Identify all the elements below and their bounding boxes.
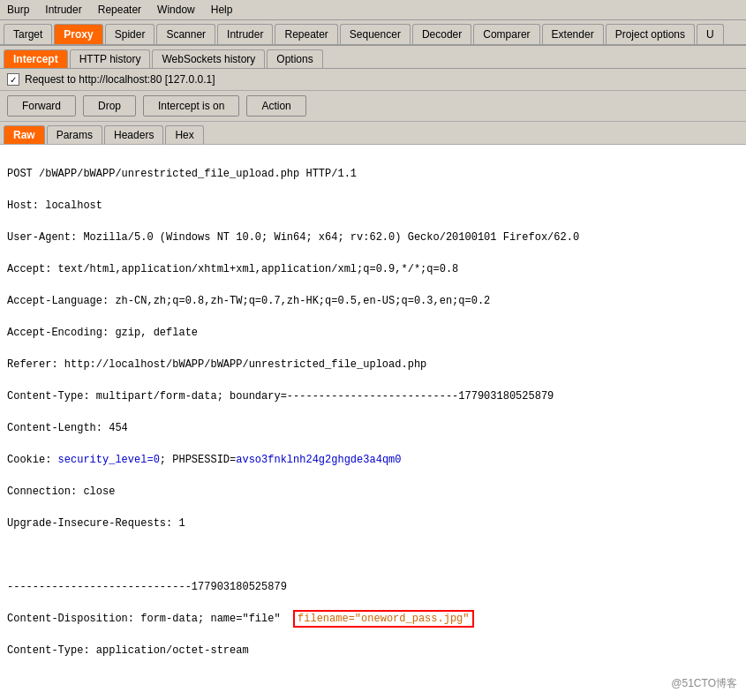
tab-hex[interactable]: Hex (165, 125, 203, 144)
tab-comparer[interactable]: Comparer (473, 24, 539, 44)
line-7: Referer: http://localhost/bWAPP/bWAPP/un… (7, 357, 739, 373)
line-8: Content-Type: multipart/form-data; bound… (7, 388, 739, 404)
line-12: Upgrade-Insecure-Requests: 1 (7, 516, 739, 531)
tab-websockets-history[interactable]: WebSockets history (152, 49, 265, 68)
line-boundary1: -----------------------------17790318052… (7, 579, 739, 595)
line-11: Connection: close (7, 484, 739, 500)
tab-options[interactable]: Options (267, 49, 322, 68)
request-info-bar: ✓ Request to http://localhost:80 [127.0.… (0, 69, 746, 91)
watermark: @51CTO博客 (671, 676, 737, 691)
tab-extender[interactable]: Extender (542, 24, 604, 44)
drop-button[interactable]: Drop (83, 95, 136, 117)
tab-raw[interactable]: Raw (4, 125, 45, 144)
action-button[interactable]: Action (246, 95, 305, 117)
line-2: Host: localhost (7, 198, 739, 214)
line-blank2 (7, 674, 739, 690)
line-3: User-Agent: Mozilla/5.0 (Windows NT 10.0… (7, 230, 739, 245)
menu-help[interactable]: Help (207, 2, 237, 18)
tab-sequencer[interactable]: Sequencer (340, 24, 411, 44)
view-tab-bar: Raw Params Headers Hex (0, 122, 746, 145)
line-content-disposition-file: Content-Disposition: form-data; name="fi… (7, 611, 739, 627)
main-tab-bar: Target Proxy Spider Scanner Intruder Rep… (0, 20, 746, 46)
tab-target[interactable]: Target (4, 24, 52, 44)
line-4: Accept: text/html,application/xhtml+xml,… (7, 261, 739, 277)
tab-repeater[interactable]: Repeater (275, 24, 337, 44)
line-5: Accept-Language: zh-CN,zh;q=0.8,zh-TW;q=… (7, 293, 739, 309)
intercept-toggle-button[interactable]: Intercept is on (143, 95, 239, 117)
line-10: Cookie: security_level=0; PHPSESSID=avso… (7, 452, 739, 468)
tab-scanner[interactable]: Scanner (156, 24, 215, 44)
tab-headers[interactable]: Headers (104, 125, 163, 144)
request-checkbox[interactable]: ✓ (7, 73, 19, 86)
menu-window[interactable]: Window (154, 2, 199, 18)
tab-http-history[interactable]: HTTP history (70, 49, 151, 68)
menu-intruder[interactable]: Intruder (41, 2, 85, 18)
tab-spider[interactable]: Spider (105, 24, 155, 44)
request-content-area[interactable]: POST /bWAPP/bWAPP/unrestricted_file_uplo… (0, 145, 746, 700)
tab-proxy[interactable]: Proxy (54, 24, 102, 44)
tab-user[interactable]: U (697, 24, 724, 44)
tab-intruder[interactable]: Intruder (217, 24, 273, 44)
menu-bar: Burp Intruder Repeater Window Help (0, 0, 746, 20)
tab-params[interactable]: Params (47, 125, 102, 144)
cookie-phpsessid: avso3fnklnh24g2ghgde3a4qm0 (236, 454, 401, 466)
action-buttons-bar: Forward Drop Intercept is on Action (0, 91, 746, 122)
line-content-type: Content-Type: application/octet-stream (7, 643, 739, 659)
filename-value: filename="oneword_pass.jpg" (298, 613, 469, 625)
forward-button[interactable]: Forward (7, 95, 76, 117)
menu-repeater[interactable]: Repeater (94, 2, 145, 18)
line-1: POST /bWAPP/bWAPP/unrestricted_file_uplo… (7, 166, 739, 182)
filename-highlight-box: filename="oneword_pass.jpg" (293, 610, 473, 628)
sub-tab-bar: Intercept HTTP history WebSockets histor… (0, 46, 746, 69)
cookie-security-level: security_level=0 (58, 454, 160, 466)
tab-decoder[interactable]: Decoder (412, 24, 471, 44)
tab-project-options[interactable]: Project options (606, 24, 695, 44)
line-blank1 (7, 547, 739, 563)
line-6: Accept-Encoding: gzip, deflate (7, 325, 739, 341)
request-url-label: Request to http://localhost:80 [127.0.0.… (25, 73, 215, 86)
line-9: Content-Length: 454 (7, 420, 739, 436)
tab-intercept[interactable]: Intercept (4, 49, 68, 68)
menu-burp[interactable]: Burp (4, 2, 33, 18)
